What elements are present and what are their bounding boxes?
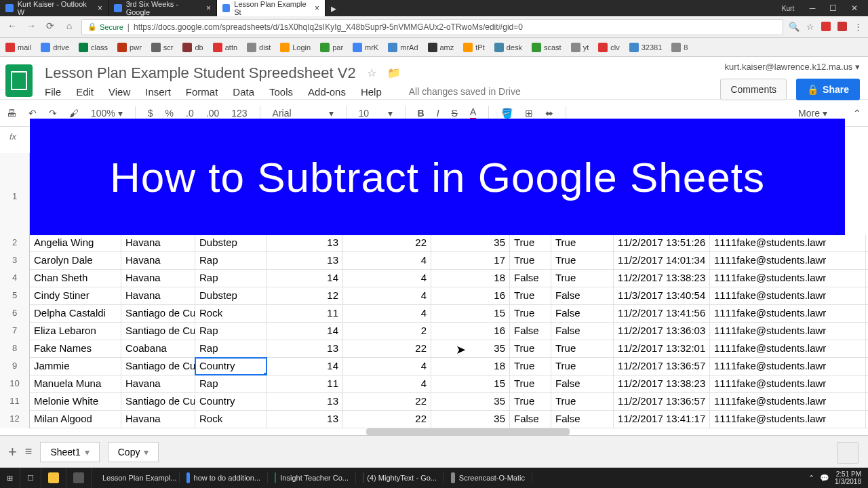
close-tab-icon[interactable]: × xyxy=(315,3,319,13)
cell[interactable]: 16 xyxy=(431,323,510,340)
cell[interactable]: False xyxy=(551,411,614,428)
cell[interactable]: Jammie xyxy=(30,358,121,375)
cell[interactable]: True xyxy=(551,235,614,251)
browser-tab[interactable]: Lesson Plan Example St× xyxy=(217,0,326,16)
format-123-button[interactable]: 123 xyxy=(231,108,247,119)
cell[interactable]: 11/2/2017 13:36:57 xyxy=(614,358,710,375)
app-icon[interactable] xyxy=(66,468,92,488)
cell[interactable]: 1111fake@students.lawr xyxy=(710,235,866,251)
cell[interactable]: 1111fake@students.lawr xyxy=(710,323,866,340)
menu-icon[interactable]: ⋮ xyxy=(854,22,863,32)
taskbar-app[interactable]: Insight Teacher Co... xyxy=(268,472,356,483)
cell[interactable]: Havana xyxy=(121,375,195,392)
cell[interactable]: 11/2/2017 13:36:57 xyxy=(614,393,710,410)
cell[interactable]: 13 xyxy=(267,235,343,251)
cell[interactable]: Rock xyxy=(195,305,267,322)
cell[interactable]: 18 xyxy=(431,358,510,375)
cell[interactable]: 14 xyxy=(267,358,343,375)
row-header[interactable]: 11 xyxy=(0,393,30,411)
cell[interactable]: False xyxy=(510,411,551,428)
cell[interactable]: Country xyxy=(195,393,267,410)
bookmark-item[interactable]: desk xyxy=(494,43,522,52)
cell[interactable]: False xyxy=(551,375,614,392)
new-tab-button[interactable]: ▸ xyxy=(326,2,342,15)
menu-item[interactable]: Help xyxy=(361,86,382,98)
horizontal-scrollbar[interactable] xyxy=(366,428,570,435)
cell[interactable]: 1111fake@students.lawr xyxy=(710,287,866,304)
cell[interactable]: Havana xyxy=(121,411,195,428)
cell[interactable]: Santiago de Cu xyxy=(121,305,195,322)
decimal-dec-button[interactable]: .0 xyxy=(186,108,194,119)
borders-icon[interactable]: ⊞ xyxy=(525,108,533,119)
cell[interactable]: True xyxy=(510,235,551,251)
cell[interactable]: 12 xyxy=(267,287,343,304)
cell[interactable]: 13 xyxy=(267,411,343,428)
cell[interactable]: Manuela Muna xyxy=(30,375,121,392)
cell[interactable]: 1111fake@students.lawr xyxy=(710,270,866,287)
bookmark-item[interactable]: dist xyxy=(247,43,271,52)
bookmark-item[interactable]: db xyxy=(182,43,203,52)
cell[interactable]: 22 xyxy=(343,393,431,410)
tray-chevron-icon[interactable]: ⌃ xyxy=(808,474,814,483)
cell[interactable]: Havana xyxy=(121,252,195,269)
row-header[interactable]: 5 xyxy=(0,287,30,305)
cell[interactable]: True xyxy=(510,358,551,375)
cell[interactable]: Coabana xyxy=(121,340,195,357)
font-size-select[interactable]: 10▾ xyxy=(359,108,393,119)
cell[interactable]: Angelia Wing xyxy=(30,235,121,251)
currency-button[interactable]: $ xyxy=(148,108,153,119)
menu-item[interactable]: Edit xyxy=(76,86,94,98)
bookmark-item[interactable]: mrK xyxy=(353,43,378,52)
cell[interactable]: Santiago de Cu xyxy=(121,358,195,375)
menu-item[interactable]: Insert xyxy=(145,86,171,98)
bookmark-item[interactable]: Login xyxy=(280,43,311,52)
undo-icon[interactable]: ↶ xyxy=(28,108,37,119)
cell[interactable]: 11/2/2017 13:32:01 xyxy=(614,340,710,357)
cell[interactable]: Santiago de Cu xyxy=(121,393,195,410)
cell[interactable]: True xyxy=(551,393,614,410)
cell[interactable]: Dubstep xyxy=(195,287,267,304)
zoom-icon[interactable]: 🔍 xyxy=(789,22,800,32)
bookmark-item[interactable]: scast xyxy=(532,43,561,52)
home-button[interactable]: ⌂ xyxy=(62,20,76,34)
explore-button[interactable] xyxy=(837,442,859,464)
start-button[interactable]: ⊞ xyxy=(0,468,20,488)
user-email[interactable]: kurt.kaiser@lawrence.k12.ma.us ▾ xyxy=(725,62,860,72)
bookmark-item[interactable]: tPt xyxy=(463,43,484,52)
cell[interactable]: 11/2/2017 13:51:26 xyxy=(614,235,710,251)
forward-button[interactable]: → xyxy=(24,20,38,34)
cell[interactable]: Chan Sheth xyxy=(30,270,121,287)
cell[interactable]: True xyxy=(510,287,551,304)
menu-item[interactable]: View xyxy=(108,86,130,98)
cell[interactable]: 16 xyxy=(431,287,510,304)
menu-item[interactable]: File xyxy=(45,86,61,98)
cell[interactable]: True xyxy=(551,358,614,375)
fill-color-icon[interactable]: 🪣 xyxy=(501,108,513,119)
cell[interactable]: 13 xyxy=(267,393,343,410)
bookmark-item[interactable]: mrAd xyxy=(388,43,418,52)
bookmark-item[interactable]: mail xyxy=(5,43,31,52)
menu-item[interactable]: Data xyxy=(233,86,254,98)
bookmark-item[interactable]: 32381 xyxy=(629,43,663,52)
sheets-logo-icon[interactable] xyxy=(5,64,33,97)
bookmark-item[interactable]: yt xyxy=(571,43,589,52)
sheet-tab-1[interactable]: Sheet1 ▾ xyxy=(40,442,99,462)
bookmark-item[interactable]: amz xyxy=(428,43,454,52)
cell[interactable]: Dubstep xyxy=(195,235,267,251)
cell[interactable]: 17 xyxy=(431,252,510,269)
cell[interactable]: 4 xyxy=(343,358,431,375)
cell[interactable]: False xyxy=(551,287,614,304)
cell[interactable]: 14 xyxy=(267,323,343,340)
more-button[interactable]: More ▾ xyxy=(798,108,827,119)
cell[interactable]: Country xyxy=(195,358,267,375)
cell[interactable]: 4 xyxy=(343,375,431,392)
cell[interactable]: 22 xyxy=(343,235,431,251)
cell[interactable]: 18 xyxy=(431,270,510,287)
menu-item[interactable]: Add-ons xyxy=(308,86,346,98)
cell[interactable]: 11/2/2017 13:38:23 xyxy=(614,270,710,287)
cell[interactable]: 1111fake@students.lawr xyxy=(710,358,866,375)
cell[interactable]: Delpha Castaldi xyxy=(30,305,121,322)
collapse-toolbar-icon[interactable]: ⌃ xyxy=(853,108,861,119)
cell[interactable]: Santiago de Cu xyxy=(121,323,195,340)
cell[interactable]: True xyxy=(551,340,614,357)
